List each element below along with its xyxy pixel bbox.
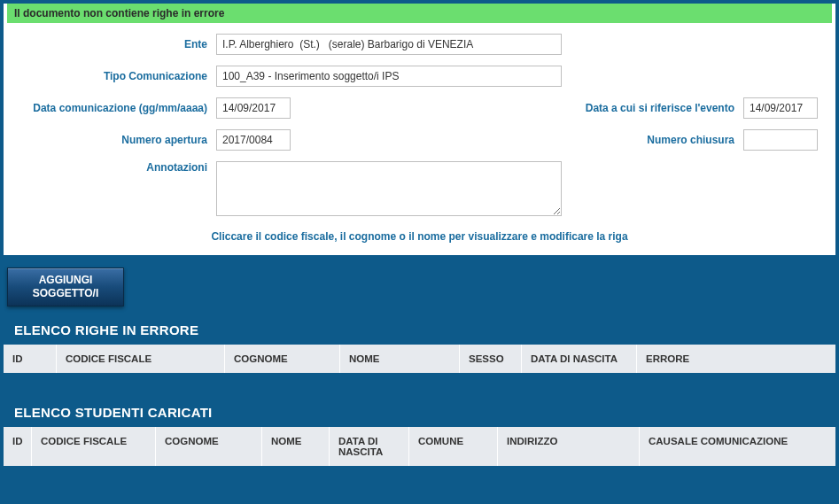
table-head-caricati: ID CODICE FISCALE COGNOME NOME DATA DI N… — [4, 427, 835, 466]
input-ente[interactable] — [216, 34, 562, 55]
aggiungi-line1: AGGIUNGI — [39, 274, 93, 287]
input-num-chiusura[interactable] — [743, 129, 818, 151]
form-panel: Il documento non contiene righe in error… — [4, 4, 835, 255]
col-cognome: COGNOME — [156, 427, 262, 466]
status-message: Il documento non contiene righe in error… — [7, 4, 832, 23]
button-area: AGGIUNGI SOGGETTO/I — [0, 255, 839, 315]
col-cognome: COGNOME — [225, 345, 340, 373]
col-data-nascita: DATA DI NASCITA — [522, 345, 637, 373]
col-nome: NOME — [340, 345, 460, 373]
row-ente: Ente — [21, 34, 818, 55]
col-causale: CAUSALE COMUNICAZIONE — [640, 427, 835, 466]
input-data-evento[interactable] — [743, 97, 818, 119]
label-annotazioni: Annotazioni — [21, 161, 216, 174]
table-head-errori: ID CODICE FISCALE COGNOME NOME SESSO DAT… — [4, 345, 835, 373]
col-id: ID — [4, 345, 57, 373]
input-tipo[interactable] — [216, 66, 562, 87]
row-annotazioni: Annotazioni — [21, 161, 818, 216]
label-data-comunicazione: Data comunicazione (gg/mm/aaaa) — [21, 102, 216, 114]
col-indirizzo: INDIRIZZO — [498, 427, 640, 466]
col-id: ID — [4, 427, 32, 466]
row-numeri: Numero apertura Numero chiusura — [21, 129, 818, 151]
col-nome: NOME — [262, 427, 330, 466]
input-num-apertura[interactable] — [216, 129, 291, 151]
spacer — [0, 466, 839, 471]
hint-text: Cliccare il codice fiscale, il cognome o… — [21, 230, 818, 243]
col-codice-fiscale: CODICE FISCALE — [57, 345, 225, 373]
section-header-errori: ELENCO RIGHE IN ERRORE — [4, 315, 835, 345]
row-date: Data comunicazione (gg/mm/aaaa) Data a c… — [21, 97, 818, 119]
section-header-caricati: ELENCO STUDENTI CARICATI — [4, 398, 835, 427]
label-data-evento: Data a cui si riferisce l'evento — [291, 102, 743, 114]
label-num-chiusura: Numero chiusura — [291, 134, 743, 146]
col-sesso: SESSO — [460, 345, 522, 373]
col-comune: COMUNE — [409, 427, 498, 466]
aggiungi-line2: SOGGETTO/I — [33, 287, 98, 300]
spacer — [0, 373, 839, 398]
aggiungi-soggetto-button[interactable]: AGGIUNGI SOGGETTO/I — [7, 268, 124, 306]
label-num-apertura: Numero apertura — [21, 134, 216, 146]
col-codice-fiscale: CODICE FISCALE — [32, 427, 156, 466]
row-tipo: Tipo Comunicazione — [21, 66, 818, 87]
input-annotazioni[interactable] — [216, 161, 562, 216]
input-data-comunicazione[interactable] — [216, 97, 291, 119]
col-errore: ERRORE — [637, 345, 835, 373]
col-data-nascita: DATA DI NASCITA — [330, 427, 409, 466]
label-ente: Ente — [21, 38, 216, 50]
form-area: Ente Tipo Comunicazione Data comunicazio… — [4, 34, 835, 243]
label-tipo: Tipo Comunicazione — [21, 70, 216, 82]
